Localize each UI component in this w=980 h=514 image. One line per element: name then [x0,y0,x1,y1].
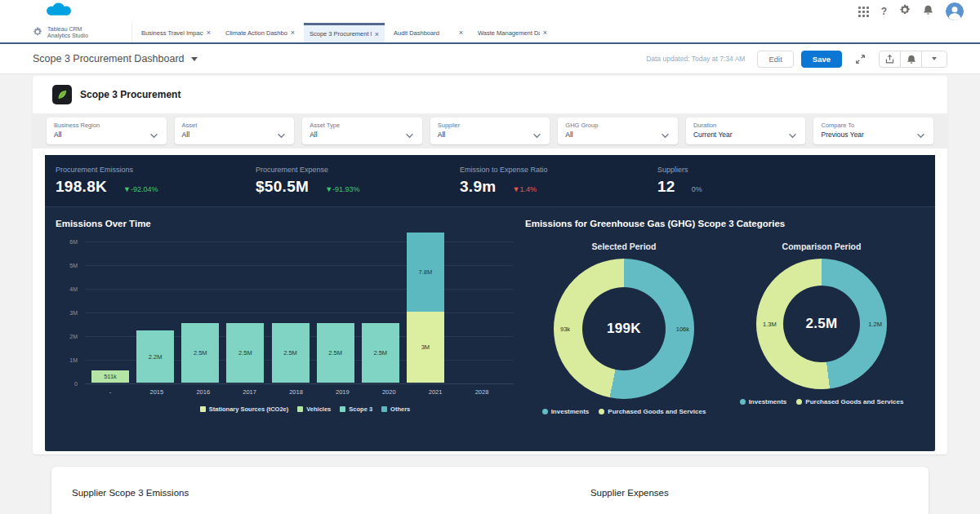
bar-2020: 2.5M [362,323,399,383]
donut-hole: 2.5M [783,286,860,362]
kpi-suppliers: Suppliers120% [657,166,935,196]
ghg-categories-widget: Emissions for Greenhouse Gas (GHG) Scope… [525,214,935,450]
avatar[interactable] [946,2,964,20]
filter-value: Current Year [693,131,799,139]
legend-label: Investments [551,408,590,415]
donut-section-title: Emissions for Greenhouse Gas (GHG) Scope… [525,219,920,228]
legend-dot [740,399,746,405]
bar-segment[interactable]: 2.5M [181,323,219,383]
donut-subtitle: Comparison Period [782,241,862,251]
bar-segment[interactable]: 2.5M [362,323,399,383]
help-icon[interactable]: ? [881,6,887,17]
bar-segment[interactable]: 511k [91,370,129,383]
filter-value: All [438,131,543,139]
kpi-value: 3.9m [460,178,497,196]
kpi-label: Emission to Expense Ratio [460,166,657,174]
global-header: ? [0,0,980,23]
chevron-down-icon [788,127,797,142]
tab-audit-dashboard[interactable]: Audit Dashboard× [388,23,469,42]
donut-legend: InvestmentsPurchased Goods and Services [740,398,904,405]
filter-value: All [54,131,159,139]
x-tick-label: 2020 [370,388,408,396]
filter-label: Asset [182,122,287,129]
x-tick-label: 2015 [138,388,176,396]
kpi-procurement-emissions: Procurement Emissions198.8K▼-92.04% [56,166,256,196]
legend-item: Vehicles [297,405,331,413]
close-tab-icon[interactable]: × [543,29,547,37]
filter-supplier[interactable]: SupplierAll [430,117,550,144]
close-tab-icon[interactable]: × [459,29,463,37]
legend-label: Purchased Goods and Services [805,398,903,405]
bar-2021: 3M7.8M [407,233,444,383]
bar-segment[interactable]: 7.8M [407,233,444,312]
slice-label: 1.2M [868,321,882,328]
share-icon[interactable] [879,51,901,68]
bar-segment[interactable]: 3M [407,312,444,383]
bar-plot: 511k2.2M2.5M2.5M2.5M2.5M2.5M3M7.8M [85,241,514,383]
filter-compare-to[interactable]: Compare ToPrevious Year [813,117,933,144]
legend-label: Vehicles [306,405,331,413]
chevron-down-icon [932,57,937,60]
filter-business-region[interactable]: Business RegionAll [47,117,167,144]
edit-button[interactable]: Edit [757,51,793,68]
bar-2017: 2.5M [226,323,264,383]
chevron-down-icon [191,57,198,61]
kpi-value: 12 [657,178,675,196]
bar-segment[interactable]: 2.2M [136,330,174,383]
data-updated-text: Data updated: Today at 7:34 AM [646,55,745,63]
tab-waste-management-dash[interactable]: Waste Management Dash...× [472,23,553,42]
filter-asset[interactable]: AssetAll [175,117,295,144]
filter-ghg-group[interactable]: GHG GroupAll [558,117,678,144]
donut-chart[interactable]: 199K106k93k [554,259,694,399]
dashboard-toolbar: Scope 3 Procurement Dashboard Data updat… [0,44,980,74]
setup-gear-icon[interactable] [899,4,911,19]
legend-item: Investments [542,408,590,415]
bar-segment[interactable]: 2.5M [272,323,310,383]
notifications-bell-icon[interactable] [923,4,933,19]
x-tick-label: 2019 [323,388,361,396]
save-button[interactable]: Save [801,51,842,68]
donut-legend: InvestmentsPurchased Goods and Services [542,408,706,415]
bar-2015: 2.2M [136,330,174,383]
y-tick-label: 0 [74,381,78,387]
close-tab-icon[interactable]: × [207,29,211,37]
bar-segment[interactable]: 2.5M [317,323,354,383]
page-title: Scope 3 Procurement [80,89,180,100]
bar-2018: 2.5M [272,323,310,383]
more-actions-dropdown[interactable] [921,51,947,68]
filter-duration[interactable]: DurationCurrent Year [686,117,806,144]
close-tab-icon[interactable]: × [375,30,379,38]
tab-scope-3-procurement-das[interactable]: Scope 3 Procurement Das...× [304,23,385,42]
filter-asset-type[interactable]: Asset TypeAll [302,117,422,144]
tab-business-travel-impact[interactable]: Business Travel Impact× [136,23,216,42]
kpi-change: 0% [692,185,702,193]
dark-dashboard-area: Procurement Emissions198.8K▼-92.04%Procu… [45,155,935,451]
bar-2016: 2.5M [181,323,219,383]
filter-label: Supplier [438,122,543,129]
analytics-studio-home[interactable]: Tableau CRM Analytics Studio [33,23,132,42]
tab-bar: Tableau CRM Analytics Studio Business Tr… [0,23,980,44]
x-axis: -20152016201720182019202020212028 [91,388,501,396]
tab-climate-action-dashboard[interactable]: Climate Action Dashboard× [220,23,301,42]
filter-strip: Business RegionAllAssetAllAsset TypeAllS… [33,113,947,148]
app-launcher-icon[interactable] [858,7,869,17]
kpi-label: Procurement Expense [256,166,460,174]
main-content: Scope 3 Procurement Business RegionAllAs… [0,74,980,514]
donut-chart[interactable]: 2.5M1.2M1.3M [756,259,887,389]
fullscreen-expand-icon[interactable] [849,51,871,68]
x-tick-label: 2021 [416,388,454,396]
bar-segment[interactable]: 2.5M [226,323,264,383]
dashboard-title-dropdown[interactable]: Scope 3 Procurement Dashboard [33,53,198,64]
analytics-studio-icon [33,27,42,38]
y-tick-label: 6M [69,239,78,245]
subscribe-bell-icon[interactable] [900,51,922,68]
supplier-expenses-title: Supplier Expenses [590,488,669,498]
filter-label: GHG Group [565,122,670,129]
charts-row: Emissions Over Time 6M5M4M3M2M1M0 511k2.… [45,207,935,450]
legend-item: Others [381,405,410,413]
kpi-change: ▼-91.93% [325,185,359,193]
x-tick-label: 2016 [185,388,222,396]
close-tab-icon[interactable]: × [291,29,295,37]
emissions-over-time-widget: Emissions Over Time 6M5M4M3M2M1M0 511k2.… [56,214,525,450]
tab-label: Audit Dashboard [394,29,439,37]
